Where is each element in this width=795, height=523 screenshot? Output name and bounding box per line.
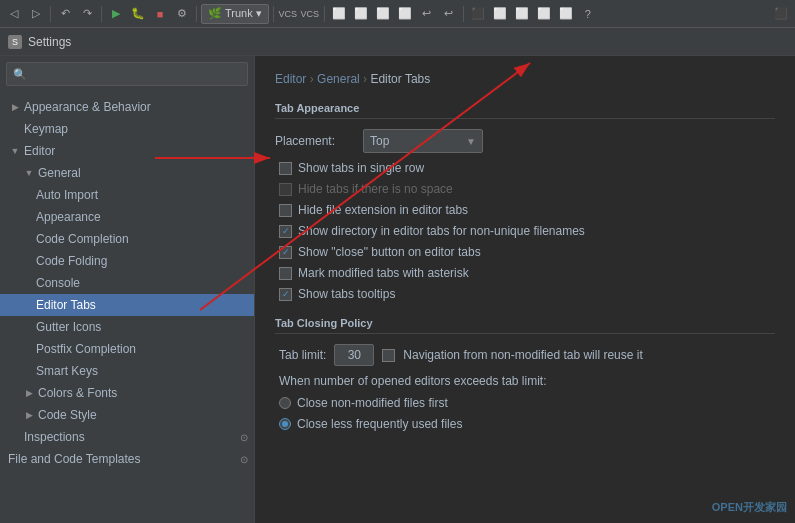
radio-icon[interactable] (279, 397, 291, 409)
checkbox-label: Show tabs in single row (298, 161, 424, 175)
checkbox-icon[interactable] (279, 204, 292, 217)
checkbox-icon[interactable] (279, 288, 292, 301)
toolbar-icon-d[interactable]: ⬜ (395, 4, 415, 24)
toolbar-stop[interactable]: ■ (150, 4, 170, 24)
search-box[interactable]: 🔍 (6, 62, 248, 86)
toolbar-icon-f[interactable]: ⬜ (512, 4, 532, 24)
toolbar-icon-h[interactable]: ⬜ (556, 4, 576, 24)
sidebar-label: Editor Tabs (36, 298, 96, 312)
toolbar-vcs-2[interactable]: VCS (300, 4, 320, 24)
checkbox-hide-extension[interactable]: Hide file extension in editor tabs (275, 203, 775, 217)
sidebar: 🔍 ▶ Appearance & Behavior Keymap ▼ Edito… (0, 56, 255, 523)
radio-label: Close less frequently used files (297, 417, 462, 431)
toolbar-icon-i[interactable]: ⬛ (771, 4, 791, 24)
toolbar-build[interactable]: ⚙ (172, 4, 192, 24)
tab-limit-label: Tab limit: (279, 348, 326, 362)
placement-row: Placement: Top ▼ (275, 129, 775, 153)
checkbox-label: Mark modified tabs with asterisk (298, 266, 469, 280)
toolbar-btn-back[interactable]: ◁ (4, 4, 24, 24)
sidebar-item-gutter-icons[interactable]: Gutter Icons (0, 316, 254, 338)
sidebar-item-general[interactable]: ▼ General (0, 162, 254, 184)
checkbox-icon[interactable] (279, 246, 292, 259)
toolbar-sep-3 (196, 6, 197, 22)
sidebar-label: Appearance (36, 210, 101, 224)
tab-closing-title: Tab Closing Policy (275, 317, 775, 334)
arrow-icon: ▼ (22, 166, 36, 180)
toolbar-debug[interactable]: 🐛 (128, 4, 148, 24)
toolbar-help[interactable]: ? (578, 4, 598, 24)
tab-closing-section: Tab Closing Policy Tab limit: Navigation… (275, 317, 775, 431)
tab-limit-row: Tab limit: Navigation from non-modified … (275, 344, 775, 366)
placement-value: Top (370, 134, 466, 148)
checkbox-show-close[interactable]: Show "close" button on editor tabs (275, 245, 775, 259)
checkbox-hide-no-space[interactable]: Hide tabs if there is no space (275, 182, 775, 196)
sidebar-item-appearance-behavior[interactable]: ▶ Appearance & Behavior (0, 96, 254, 118)
sidebar-item-inspections[interactable]: Inspections ⊙ (0, 426, 254, 448)
main-layout: 🔍 ▶ Appearance & Behavior Keymap ▼ Edito… (0, 56, 795, 523)
placement-label: Placement: (275, 134, 355, 148)
sidebar-label: Auto Import (36, 188, 98, 202)
toolbar-redo[interactable]: ↩ (439, 4, 459, 24)
sidebar-item-file-code-templates[interactable]: File and Code Templates ⊙ (0, 448, 254, 470)
sidebar-item-colors-fonts[interactable]: ▶ Colors & Fonts (0, 382, 254, 404)
sidebar-item-editor[interactable]: ▼ Editor (0, 140, 254, 162)
toolbar-btn-2[interactable]: ↷ (77, 4, 97, 24)
sidebar-item-console[interactable]: Console (0, 272, 254, 294)
sidebar-label: Console (36, 276, 80, 290)
toolbar-icon-c[interactable]: ⬜ (373, 4, 393, 24)
toolbar-btn-1[interactable]: ↶ (55, 4, 75, 24)
checkbox-single-row[interactable]: Show tabs in single row (275, 161, 775, 175)
sidebar-label: Gutter Icons (36, 320, 101, 334)
toolbar-sep-6 (463, 6, 464, 22)
radio-close-less-frequent[interactable]: Close less frequently used files (275, 417, 775, 431)
radio-close-non-modified[interactable]: Close non-modified files first (275, 396, 775, 410)
checkbox-show-tooltips[interactable]: Show tabs tooltips (275, 287, 775, 301)
sidebar-item-postfix-completion[interactable]: Postfix Completion (0, 338, 254, 360)
arrow-icon: ▶ (22, 408, 36, 422)
sidebar-item-code-folding[interactable]: Code Folding (0, 250, 254, 272)
checkbox-mark-modified[interactable]: Mark modified tabs with asterisk (275, 266, 775, 280)
toolbar-undo[interactable]: ↩ (417, 4, 437, 24)
toolbar-icon-b[interactable]: ⬜ (351, 4, 371, 24)
sidebar-item-smart-keys[interactable]: Smart Keys (0, 360, 254, 382)
toolbar-btn-fwd[interactable]: ▷ (26, 4, 46, 24)
settings-icon: S (8, 35, 22, 49)
toolbar-icon-a[interactable]: ⬜ (329, 4, 349, 24)
toolbar-trunk[interactable]: 🌿 Trunk ▾ (201, 4, 269, 24)
sidebar-label: Appearance & Behavior (24, 100, 151, 114)
search-input[interactable] (31, 67, 241, 81)
sidebar-item-code-completion[interactable]: Code Completion (0, 228, 254, 250)
breadcrumb: Editor › General › Editor Tabs (275, 72, 775, 86)
sidebar-item-auto-import[interactable]: Auto Import (0, 184, 254, 206)
sidebar-label: Code Completion (36, 232, 129, 246)
placement-select[interactable]: Top ▼ (363, 129, 483, 153)
radio-icon[interactable] (279, 418, 291, 430)
toolbar-vcs-1[interactable]: VCS (278, 4, 298, 24)
sidebar-label: Colors & Fonts (38, 386, 117, 400)
checkbox-icon[interactable] (279, 183, 292, 196)
checkbox-icon[interactable] (279, 162, 292, 175)
breadcrumb-general: General (317, 72, 360, 86)
checkbox-label: Hide file extension in editor tabs (298, 203, 468, 217)
breadcrumb-sep-1: › (310, 72, 317, 86)
checkbox-icon[interactable] (279, 225, 292, 238)
checkbox-icon[interactable] (279, 267, 292, 280)
sidebar-label: File and Code Templates (8, 452, 141, 466)
dropdown-arrow-icon: ▼ (466, 136, 476, 147)
sidebar-item-keymap[interactable]: Keymap (0, 118, 254, 140)
when-exceeds-label: When number of opened editors exceeds ta… (275, 374, 775, 388)
toolbar-icon-g[interactable]: ⬜ (534, 4, 554, 24)
toolbar-icon-e[interactable]: ⬜ (490, 4, 510, 24)
nav-checkbox-icon[interactable] (382, 349, 395, 362)
sidebar-item-editor-tabs[interactable]: Editor Tabs (0, 294, 254, 316)
sidebar-label: Editor (24, 144, 55, 158)
checkbox-show-directory[interactable]: Show directory in editor tabs for non-un… (275, 224, 775, 238)
arrow-icon: ▶ (22, 386, 36, 400)
sidebar-item-code-style[interactable]: ▶ Code Style (0, 404, 254, 426)
toolbar-find[interactable]: ⬛ (468, 4, 488, 24)
inspections-icon: ⊙ (240, 432, 248, 443)
sidebar-label: Code Style (38, 408, 97, 422)
tab-limit-input[interactable] (334, 344, 374, 366)
sidebar-item-appearance[interactable]: Appearance (0, 206, 254, 228)
toolbar-run[interactable]: ▶ (106, 4, 126, 24)
